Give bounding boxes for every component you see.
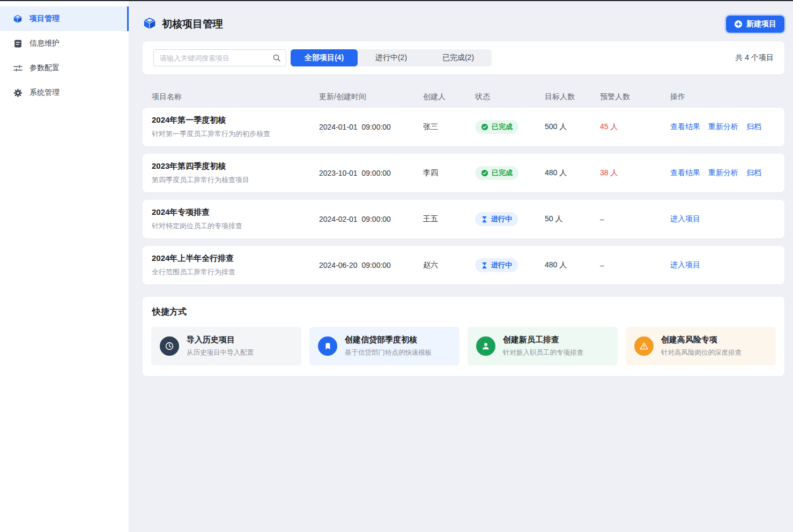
check-circle-icon <box>481 169 488 177</box>
project-name: 2024年第一季度初核 <box>152 115 319 125</box>
page-header: 初核项目管理 新建项目 <box>143 15 784 33</box>
shortcut-title: 创建新员工排查 <box>503 335 583 345</box>
reanalyze-link[interactable]: 重新分析 <box>708 122 738 132</box>
archive-link[interactable]: 归档 <box>746 122 761 132</box>
warning-count: – <box>600 215 670 223</box>
hourglass-icon <box>481 262 488 269</box>
cube-icon <box>143 16 157 32</box>
col-header-status: 状态 <box>475 92 545 102</box>
enter-project-link[interactable]: 进入项目 <box>670 214 700 224</box>
status-badge: 已完成 <box>475 120 518 134</box>
shortcut-create-new-employee-check[interactable]: 创建新员工排查 针对新入职员工的专项排查 <box>468 327 618 365</box>
app-root: 项目管理 信息维护 参数配置 <box>0 1 793 532</box>
plus-circle-icon <box>734 20 743 28</box>
document-icon <box>13 39 23 48</box>
col-header-actions: 操作 <box>670 92 775 102</box>
project-desc: 全行范围员工异常行为排查 <box>152 267 319 277</box>
warning-count: 38 人 <box>600 168 670 178</box>
col-header-time: 更新/创建时间 <box>319 92 423 102</box>
warning-triangle-icon <box>634 336 654 356</box>
check-circle-icon <box>481 123 488 131</box>
sidebar-item-info-maintenance[interactable]: 信息维护 <box>0 31 129 56</box>
col-header-name: 项目名称 <box>152 92 319 102</box>
shortcut-create-high-risk-special[interactable]: 创建高风险专项 针对高风险岗位的深度排查 <box>626 327 776 365</box>
new-project-button[interactable]: 新建项目 <box>726 16 784 33</box>
status-badge: 进行中 <box>475 212 518 226</box>
col-header-creator: 创建人 <box>423 92 475 102</box>
gear-icon <box>13 88 23 98</box>
shortcut-title: 创建高风险专项 <box>661 335 742 345</box>
target-count: 50 人 <box>545 214 600 224</box>
table-row: 2024年第一季度初核 针对第一季度员工异常行为的初步核查 2024-01-01… <box>143 108 784 146</box>
warning-count: 45 人 <box>600 122 670 132</box>
shortcut-desc: 针对高风险岗位的深度排查 <box>661 348 742 357</box>
view-results-link[interactable]: 查看结果 <box>670 122 700 132</box>
shortcut-title: 导入历史项目 <box>187 335 254 345</box>
status-badge: 已完成 <box>475 166 518 180</box>
tab-in-progress[interactable]: 进行中(2) <box>358 49 425 66</box>
user-icon <box>476 336 495 356</box>
project-desc: 第四季度员工异常行为核查项目 <box>152 175 319 185</box>
reanalyze-link[interactable]: 重新分析 <box>708 168 738 178</box>
enter-project-link[interactable]: 进入项目 <box>670 260 700 270</box>
status-badge: 进行中 <box>475 258 518 272</box>
status-label: 已完成 <box>492 122 513 132</box>
project-creator: 赵六 <box>423 260 475 270</box>
sliders-icon <box>13 63 23 73</box>
table-header: 项目名称 更新/创建时间 创建人 状态 目标人数 预警人数 操作 <box>143 86 784 108</box>
status-label: 进行中 <box>491 260 512 270</box>
project-time: 2024-01-01 09:00:00 <box>319 123 423 131</box>
sidebar-item-label: 参数配置 <box>29 63 60 73</box>
page-title: 初核项目管理 <box>162 17 223 31</box>
view-results-link[interactable]: 查看结果 <box>670 168 700 178</box>
col-header-warning: 预警人数 <box>600 92 670 102</box>
shortcut-import-history[interactable]: 导入历史项目 从历史项目中导入配置 <box>151 327 301 365</box>
sidebar-item-system-management[interactable]: 系统管理 <box>0 80 129 105</box>
bookmark-icon <box>318 336 337 356</box>
project-desc: 针对特定岗位员工的专项排查 <box>152 221 319 231</box>
project-time: 2023-10-01 09:00:00 <box>319 169 423 177</box>
shortcuts-section: 快捷方式 导入历史项目 从历史项目中导入配置 <box>143 297 784 376</box>
project-desc: 针对第一季度员工异常行为的初步核查 <box>152 129 319 139</box>
sidebar-item-project-management[interactable]: 项目管理 <box>0 6 129 31</box>
archive-link[interactable]: 归档 <box>746 168 761 178</box>
project-name: 2023年第四季度初核 <box>152 161 319 171</box>
status-label: 进行中 <box>491 214 512 224</box>
target-count: 500 人 <box>545 122 600 132</box>
sidebar-item-label: 系统管理 <box>29 88 60 98</box>
shortcut-title: 创建信贷部季度初核 <box>345 335 432 345</box>
sidebar-item-label: 信息维护 <box>29 39 60 48</box>
tab-all-projects[interactable]: 全部项目(4) <box>291 49 358 66</box>
project-time: 2024-02-01 09:00:00 <box>319 215 423 223</box>
project-creator: 李四 <box>423 168 475 178</box>
project-creator: 王五 <box>423 214 475 224</box>
project-count: 共 4 个项目 <box>735 53 774 63</box>
hourglass-icon <box>481 216 488 223</box>
search-input[interactable] <box>153 49 286 66</box>
shortcut-desc: 针对新入职员工的专项排查 <box>503 348 583 357</box>
shortcut-desc: 基于信贷部门特点的快速模板 <box>345 348 432 357</box>
sidebar-item-label: 项目管理 <box>29 14 60 24</box>
tab-completed[interactable]: 已完成(2) <box>425 49 492 66</box>
clock-icon <box>160 336 179 356</box>
target-count: 480 人 <box>545 260 600 270</box>
col-header-target: 目标人数 <box>545 92 600 102</box>
sidebar-item-parameter-config[interactable]: 参数配置 <box>0 56 129 80</box>
sidebar: 项目管理 信息维护 参数配置 <box>0 1 129 532</box>
project-name: 2024年专项排查 <box>152 207 319 218</box>
shortcut-desc: 从历史项目中导入配置 <box>187 348 254 357</box>
warning-count: – <box>600 261 670 269</box>
search-icon[interactable] <box>272 54 281 62</box>
project-name: 2024年上半年全行排查 <box>152 253 319 264</box>
table-row: 2024年专项排查 针对特定岗位员工的专项排查 2024-02-01 09:00… <box>143 200 784 238</box>
cube-icon <box>13 14 23 24</box>
shortcuts-title: 快捷方式 <box>151 306 776 318</box>
shortcut-create-credit-review[interactable]: 创建信贷部季度初核 基于信贷部门特点的快速模板 <box>309 327 460 365</box>
status-label: 已完成 <box>492 168 513 178</box>
table-row: 2023年第四季度初核 第四季度员工异常行为核查项目 2023-10-01 09… <box>143 154 784 192</box>
target-count: 480 人 <box>545 168 600 178</box>
shortcut-grid: 导入历史项目 从历史项目中导入配置 创建信贷部季度初核 基于信贷部门特点的快速模… <box>151 327 776 365</box>
project-creator: 张三 <box>423 122 475 132</box>
toolbar-card: 全部项目(4) 进行中(2) 已完成(2) 共 4 个项目 <box>143 41 784 74</box>
filter-tabs: 全部项目(4) 进行中(2) 已完成(2) <box>291 49 492 66</box>
